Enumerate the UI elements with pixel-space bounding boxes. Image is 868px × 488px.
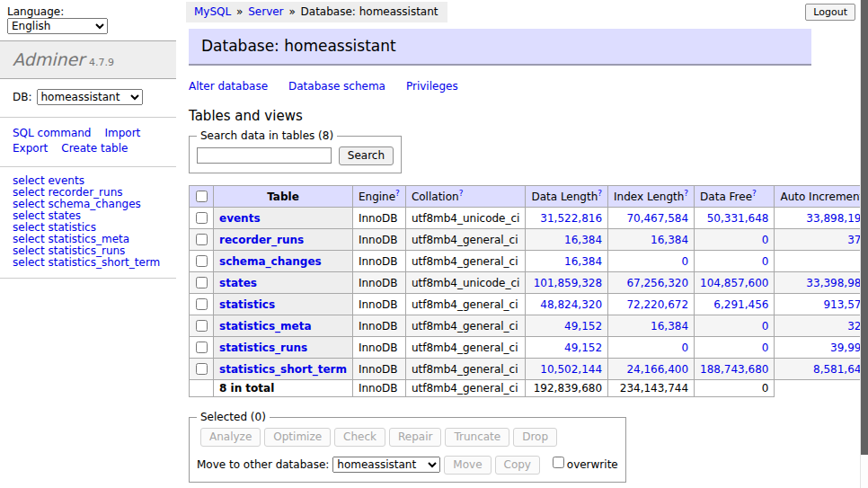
total-empty-cell xyxy=(190,380,214,397)
row-checkbox[interactable] xyxy=(196,277,208,288)
col-header-data-free: Data Free? xyxy=(695,186,775,208)
repair-button[interactable]: Repair xyxy=(389,428,441,447)
engine-help-link[interactable]: ? xyxy=(395,189,400,198)
row-checkbox[interactable] xyxy=(196,363,208,375)
collation-cell: utf8mb4_unicode_ci xyxy=(405,272,526,294)
total-index-length: 234,143,744 xyxy=(608,380,695,397)
index-length-link[interactable]: 72,220,672 xyxy=(626,298,688,311)
overwrite-checkbox[interactable] xyxy=(553,457,564,468)
row-checkbox[interactable] xyxy=(196,342,208,353)
privileges-link[interactable]: Privileges xyxy=(406,80,458,93)
table-link[interactable]: statistics_short_term xyxy=(219,363,347,376)
total-engine-cell: InnoDB xyxy=(352,380,405,397)
data-free-link[interactable]: 0 xyxy=(762,320,769,333)
row-checkbox[interactable] xyxy=(196,212,208,224)
data-length-link[interactable]: 49,152 xyxy=(564,342,602,354)
engine-cell: InnoDB xyxy=(352,251,405,272)
data-free-link[interactable]: 188,743,680 xyxy=(700,363,768,376)
collation-cell: utf8mb4_general_ci xyxy=(405,251,526,272)
data-length-link[interactable]: 16,384 xyxy=(564,234,602,246)
move-button[interactable]: Move xyxy=(444,456,491,475)
sidebar-link-import[interactable]: Import xyxy=(104,126,140,141)
data-length-help-link[interactable]: ? xyxy=(598,189,602,198)
auto-increment-link[interactable]: 33,398,984 xyxy=(806,277,868,289)
copy-button[interactable]: Copy xyxy=(495,456,540,475)
data-free-help-link[interactable]: ? xyxy=(752,189,757,198)
table-link[interactable]: recorder_runs xyxy=(219,234,304,246)
table-link[interactable]: states xyxy=(219,277,257,289)
check-button[interactable]: Check xyxy=(334,428,385,447)
table-link[interactable]: statistics xyxy=(219,298,275,311)
breadcrumb-link-mysql[interactable]: MySQL xyxy=(194,5,231,18)
table-row-statistics-short-term: statistics_short_term InnoDB utf8mb4_gen… xyxy=(190,359,868,380)
auto-increment-link[interactable]: 33,898,196 xyxy=(806,212,868,225)
index-length-link[interactable]: 16,384 xyxy=(651,234,688,246)
engine-cell: InnoDB xyxy=(352,359,405,380)
sidebar-link-create-table[interactable]: Create table xyxy=(61,141,128,156)
search-input[interactable] xyxy=(197,147,332,164)
breadcrumb-current: Database: homeassistant xyxy=(301,5,438,18)
data-length-link[interactable]: 48,824,320 xyxy=(540,298,602,311)
data-length-link[interactable]: 101,859,328 xyxy=(534,277,602,289)
col-header-table: Table xyxy=(214,186,353,208)
drop-button[interactable]: Drop xyxy=(513,428,557,447)
data-length-link[interactable]: 49,152 xyxy=(564,320,602,333)
scrollbar-thumb[interactable] xyxy=(861,0,868,455)
data-free-link[interactable]: 6,291,456 xyxy=(713,298,768,311)
collation-help-link[interactable]: ? xyxy=(459,189,464,198)
table-total-row: 8 in total InnoDB utf8mb4_general_ci 192… xyxy=(190,380,868,397)
row-checkbox[interactable] xyxy=(196,298,208,310)
total-data-length: 192,839,680 xyxy=(526,380,608,397)
row-checkbox[interactable] xyxy=(196,255,208,267)
breadcrumb-link-server[interactable]: Server xyxy=(248,5,283,18)
main-content: MySQL » Server » Database: homeassistant… xyxy=(186,0,815,488)
sidebar-link-sql-command[interactable]: SQL command xyxy=(13,126,91,141)
data-length-link[interactable]: 10,502,144 xyxy=(540,363,602,376)
engine-cell: InnoDB xyxy=(352,337,405,359)
alter-database-link[interactable]: Alter database xyxy=(189,80,268,93)
data-free-link[interactable]: 50,331,648 xyxy=(707,212,769,225)
index-length-help-link[interactable]: ? xyxy=(684,189,688,198)
search-button[interactable]: Search xyxy=(339,146,394,165)
data-free-link[interactable]: 0 xyxy=(762,342,769,354)
index-length-link[interactable]: 24,166,400 xyxy=(626,363,688,376)
data-free-link[interactable]: 0 xyxy=(762,234,769,246)
move-database-select[interactable]: homeassistant xyxy=(332,457,440,473)
data-free-link[interactable]: 0 xyxy=(762,255,769,268)
data-free-link[interactable]: 104,857,600 xyxy=(700,277,768,289)
table-link[interactable]: statistics_runs xyxy=(219,342,307,354)
truncate-button[interactable]: Truncate xyxy=(445,428,509,447)
index-length-link[interactable]: 67,256,320 xyxy=(626,277,688,289)
data-length-link[interactable]: 16,384 xyxy=(564,255,602,268)
database-schema-link[interactable]: Database schema xyxy=(288,80,385,93)
search-legend: Search data in tables (8) xyxy=(197,129,337,142)
index-length-link[interactable]: 0 xyxy=(681,255,688,268)
engine-cell: InnoDB xyxy=(352,315,405,337)
table-header-row: Table Engine? Collation? Data Length? In… xyxy=(190,186,868,208)
data-length-link[interactable]: 31,522,816 xyxy=(540,212,602,225)
select-all-checkbox[interactable] xyxy=(196,191,208,202)
table-link[interactable]: statistics_meta xyxy=(219,320,312,333)
sidebar-link-export[interactable]: Export xyxy=(13,141,48,156)
optimize-button[interactable]: Optimize xyxy=(264,428,331,447)
app-name: Adminer xyxy=(13,49,84,69)
vertical-scrollbar[interactable] xyxy=(860,0,868,488)
language-select[interactable]: English xyxy=(7,18,108,34)
analyze-button[interactable]: Analyze xyxy=(200,428,261,447)
table-link[interactable]: events xyxy=(219,212,261,225)
index-length-link[interactable]: 0 xyxy=(681,342,688,354)
logout-button[interactable]: Logout xyxy=(805,4,855,21)
db-select[interactable]: homeassistant xyxy=(37,89,143,105)
sidebar-item-select-statistics-short-term[interactable]: select statistics_short_term xyxy=(13,257,176,269)
selected-legend: Selected (0) xyxy=(197,411,270,423)
collation-cell: utf8mb4_general_ci xyxy=(405,337,526,359)
table-link[interactable]: schema_changes xyxy=(219,255,322,268)
col-header-collation: Collation? xyxy=(405,186,526,208)
table-row-statistics: statistics InnoDB utf8mb4_general_ci 48,… xyxy=(190,294,868,315)
tables-and-views-heading: Tables and views xyxy=(189,108,815,124)
row-checkbox[interactable] xyxy=(196,234,208,245)
row-checkbox[interactable] xyxy=(196,320,208,332)
index-length-link[interactable]: 16,384 xyxy=(651,320,688,333)
engine-cell: InnoDB xyxy=(352,229,405,251)
index-length-link[interactable]: 70,467,584 xyxy=(626,212,688,225)
